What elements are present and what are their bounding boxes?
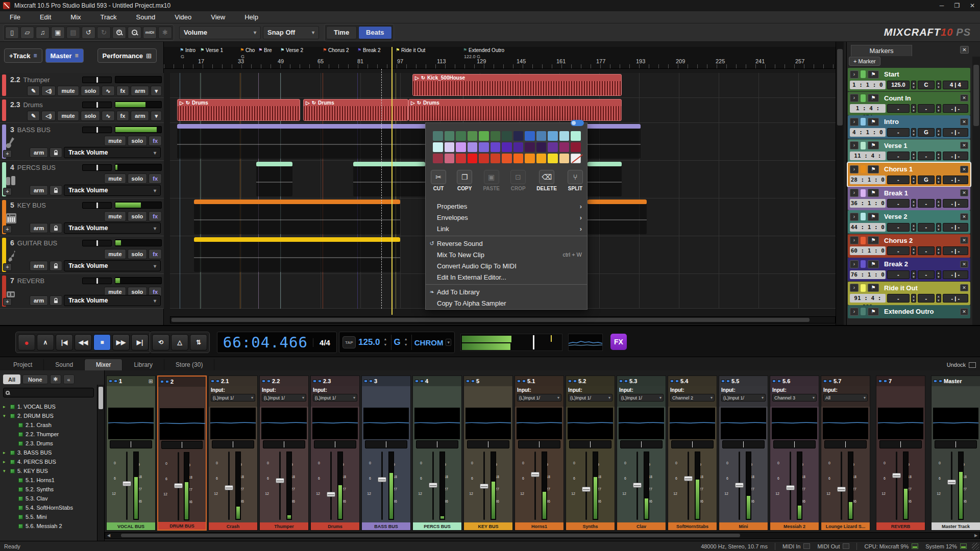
marker-expand-button[interactable]: › xyxy=(850,165,859,173)
color-swatch[interactable] xyxy=(525,131,535,141)
track-row-thumper[interactable]: 2.2Thumper✎◁)mutesolo∿fxarm▾ xyxy=(0,73,164,98)
tree-item-5-5-mini[interactable]: 5.5. Mini xyxy=(0,512,96,521)
fader-knob[interactable] xyxy=(122,481,131,486)
marker-tempo-field[interactable]: - xyxy=(887,294,910,303)
marker-tempo-field[interactable]: - xyxy=(887,152,910,160)
marker-expand-button[interactable]: › xyxy=(850,284,859,292)
fx-button[interactable]: fx xyxy=(149,173,162,184)
tempo-spinner[interactable]: ▲▼ xyxy=(911,246,916,255)
solo-button[interactable]: solo xyxy=(81,86,101,96)
ctx-item-mix-to-new-clip[interactable]: Mix To New Clipctrl + W xyxy=(426,249,587,260)
track-row-key-bus[interactable]: 5KEY BUSmutesolofxarmTrack Volume▾+ xyxy=(0,198,164,236)
color-swatch[interactable] xyxy=(456,142,466,152)
ctx-item-link[interactable]: Link› xyxy=(426,223,587,234)
automation-type-dropdown[interactable]: Volume▾ xyxy=(179,26,261,39)
marker-color-chip[interactable] xyxy=(861,118,866,126)
ctx-action-delete[interactable]: ⌫DELETE xyxy=(536,170,556,191)
strip-pan-slider[interactable] xyxy=(467,440,509,448)
ruler-marker-flag[interactable]: ⚑Extended Outro122.0 G xyxy=(463,47,504,53)
audio-clip[interactable] xyxy=(587,162,622,196)
fx-button[interactable]: fx xyxy=(116,86,130,96)
strip-pan-slider[interactable] xyxy=(935,440,977,448)
solo-button[interactable]: solo xyxy=(128,249,148,259)
color-swatch[interactable] xyxy=(548,131,558,141)
track-row-drums[interactable]: 2.3Drums✎◁)mutesolo∿fxarm▾ xyxy=(0,98,164,123)
rewind-button[interactable]: ◀◀ xyxy=(75,334,92,350)
marker-row-chorus-1[interactable]: ›⚑Chorus 1✕28 : 1 : 0-▲▼G▲▼- | - xyxy=(848,163,970,186)
marker-delete-button[interactable]: ✕ xyxy=(960,166,968,173)
ctx-item-edit-in-external-editor-[interactable]: Edit In External Editor... xyxy=(426,271,587,283)
mixer-strip-Master[interactable]: Master06129182736Master Track xyxy=(931,375,980,531)
marker-expand-button[interactable]: › xyxy=(850,308,859,316)
add-automation-lane-button[interactable]: + xyxy=(3,263,12,271)
marker-time-field[interactable]: 11 : 4 : 750 xyxy=(850,152,886,160)
strip-eq-display[interactable] xyxy=(414,408,460,439)
marker-expand-button[interactable]: › xyxy=(850,189,859,197)
add-automation-lane-button[interactable]: + xyxy=(3,298,12,306)
color-swatch[interactable] xyxy=(525,154,535,163)
marker-delete-button[interactable]: ✕ xyxy=(960,118,968,126)
marker-delete-button[interactable]: ✕ xyxy=(960,308,968,315)
resize-grip[interactable] xyxy=(972,543,979,550)
lock-icon[interactable] xyxy=(50,185,62,195)
audio-clip[interactable] xyxy=(194,199,400,234)
mixer-strip-5.5[interactable]: 5.5Input:(L)Input 1/▾06129182736Mini xyxy=(719,375,768,531)
marker-row-verse-2[interactable]: ›⚑Verse 2✕44 : 1 : 0-▲▼-▲▼- | - xyxy=(848,210,970,234)
marker-time-field[interactable]: 28 : 1 : 0 xyxy=(850,176,886,184)
automation-param-dropdown[interactable]: Track Volume▾ xyxy=(64,147,161,158)
ctx-action-copy[interactable]: ❐COPY xyxy=(457,170,472,191)
marker-expand-button[interactable]: › xyxy=(850,236,859,244)
solo-button[interactable]: solo xyxy=(128,211,148,221)
record-button[interactable]: ● xyxy=(18,334,35,350)
marker-key-field[interactable]: G xyxy=(918,176,935,184)
marker-color-chip[interactable] xyxy=(861,70,866,78)
menu-video[interactable]: Video xyxy=(165,11,201,23)
marker-color-chip[interactable] xyxy=(861,213,866,220)
key-spinner[interactable]: ▲▼ xyxy=(936,294,941,303)
mixer-strip-2.2[interactable]: 2.2Input:(L)Input 1/▾06129182736Thumper xyxy=(259,375,309,531)
marker-time-field[interactable]: 91 : 4 : 332 xyxy=(850,294,886,303)
fader-knob[interactable] xyxy=(735,483,744,488)
mixer-strip-2.3[interactable]: 2.3Input:(L)Input 1/▾06129182736Drums xyxy=(310,375,360,531)
fader-knob[interactable] xyxy=(429,483,437,488)
color-swatch[interactable] xyxy=(445,154,455,163)
ruler-marker-flag[interactable]: ⚑Bre xyxy=(258,47,272,53)
strip-pan-slider[interactable] xyxy=(773,440,816,448)
pan-notch[interactable] xyxy=(334,441,336,447)
mixer-strip-5.3[interactable]: 5.3Input:(L)Input 1/▾06129182736Clav xyxy=(617,375,666,531)
mixer-strip-3[interactable]: 306129182736BASS BUS xyxy=(361,375,411,531)
position-readout[interactable]: 66:04.466 xyxy=(217,334,313,351)
ctx-item-envelopes[interactable]: Envelopes› xyxy=(426,212,587,223)
pan-notch[interactable] xyxy=(844,441,847,447)
draw-tool-button[interactable]: ✎ xyxy=(27,86,40,96)
marker-time-field[interactable]: 1 : 1 : 0 xyxy=(850,81,886,89)
strip-pan-slider[interactable] xyxy=(879,440,922,448)
maximize-button[interactable]: ❐ xyxy=(949,0,965,11)
tree-item-2-drum-bus[interactable]: ▾2. DRUM BUS xyxy=(0,411,96,420)
fader-knob[interactable] xyxy=(378,477,386,482)
strip-eq-display[interactable] xyxy=(465,408,511,439)
mixer-strip-5.4[interactable]: 5.4Input:Channel 2▾06129182736SoftHornSt… xyxy=(668,375,717,531)
color-swatch[interactable] xyxy=(491,131,501,141)
color-toggle[interactable] xyxy=(571,120,584,126)
marker-color-chip[interactable] xyxy=(861,165,866,173)
tab-mixer[interactable]: Mixer xyxy=(85,359,122,370)
input-dropdown[interactable]: (L)Input 1/▾ xyxy=(211,394,255,402)
pan-thumb[interactable] xyxy=(96,165,98,170)
pan-notch[interactable] xyxy=(436,441,438,447)
fx-button[interactable]: fx xyxy=(149,211,162,221)
strip-eq-display[interactable] xyxy=(160,408,204,440)
fast-forward-button[interactable]: ▶▶ xyxy=(112,334,130,350)
master-track-button[interactable]: Master≡ xyxy=(45,48,84,63)
strip-pan-slider[interactable] xyxy=(263,440,305,448)
strip-eq-display[interactable] xyxy=(772,408,817,439)
scroll-right-icon[interactable]: ▶ xyxy=(972,533,979,538)
mute-button[interactable]: mute xyxy=(104,249,126,259)
import-audio-icon[interactable]: ♫ xyxy=(36,27,50,39)
loop-button[interactable]: ⟲ xyxy=(152,334,169,350)
marker-delete-button[interactable]: ✕ xyxy=(960,213,968,220)
marker-delete-button[interactable]: ✕ xyxy=(960,237,968,244)
color-swatch[interactable] xyxy=(433,131,443,141)
marker-tempo-field[interactable]: 125.0 xyxy=(887,81,910,89)
beats-mode-button[interactable]: Beats xyxy=(358,26,391,39)
